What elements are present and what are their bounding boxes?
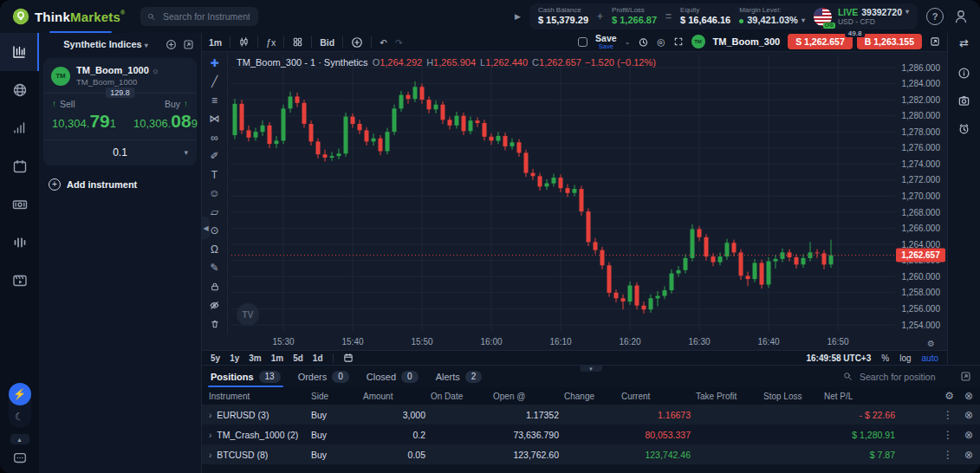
chart-area[interactable]: ✚╱≡⋈∞✐T☺▱⊙Ω✎ ◀ TM_Boom_300 - 1 · Synthet… [202,52,947,350]
percent-scale-button[interactable]: % [881,353,889,363]
expand-chevron-icon[interactable]: › [209,411,211,420]
xabcd-pattern-tool[interactable]: ⋈ [206,113,224,126]
sidebar-item-videos[interactable] [0,262,39,300]
sidebar-item-calendar[interactable] [0,147,39,185]
chevron-down-icon[interactable]: ⌄ [625,38,631,46]
swap-panels-icon[interactable]: ⇄ [959,36,969,52]
sidebar-item-signals[interactable] [0,109,39,147]
axis-settings-icon[interactable]: ⚙ [927,339,935,348]
trend-line-tool[interactable]: ╱ [206,75,224,88]
range-1d-button[interactable]: 1d [313,353,323,363]
close-all-icon[interactable]: ⊗ [964,390,973,402]
info-icon[interactable] [957,67,970,80]
table-settings-icon[interactable]: ⚙ [944,390,954,402]
fib-retracement-tool[interactable]: ≡ [206,94,224,107]
instrument-search[interactable] [140,7,258,26]
prediction-tool[interactable]: ∞ [206,131,224,144]
checkbox-icon[interactable] [578,37,587,47]
open-window-icon[interactable] [960,371,971,382]
dark-theme-button[interactable]: ☾ [9,405,31,428]
tab-alerts[interactable]: Alerts2 [436,366,483,387]
magnet-tool[interactable]: Ω [206,243,224,256]
position-row[interactable]: ›BTCUSD (8)Buy0.05123,762.60123,742.46$ … [202,444,980,464]
alarm-icon[interactable] [957,122,970,135]
row-menu-icon[interactable]: ⋮ [943,429,953,441]
snapshot-icon[interactable] [957,94,970,107]
position-search[interactable] [843,371,953,383]
legend-title[interactable]: TM_Boom_300 - 1 · Synthetics [237,57,368,68]
crosshair-tool[interactable]: ✚ [206,56,224,69]
redo-button[interactable]: ↷ [395,37,403,48]
emoji-tool[interactable]: ☺ [206,187,224,200]
save-layout-button[interactable]: Save Save [595,34,617,50]
text-tool-tool[interactable]: T [206,168,224,181]
position-search-input[interactable] [858,371,953,383]
row-menu-icon[interactable]: ⋮ [943,449,953,461]
hide-tool[interactable] [206,299,224,312]
chat-icon[interactable] [12,450,28,466]
watchlist-collapse-handle[interactable]: ◀ [202,217,210,239]
candlestick-chart[interactable]: 1,286.0001,284.0001,282.0001,280.0001,27… [202,52,947,350]
buy-order-button[interactable]: B 1,263.155 [857,34,922,49]
sidebar-item-charts[interactable] [0,33,39,71]
lock-tool[interactable] [206,280,224,293]
log-scale-button[interactable]: log [899,353,911,363]
light-theme-button[interactable]: ⚡ [9,383,31,405]
margin-level[interactable]: Margin Level: 39,421.03%▾ [739,6,805,27]
draw-pencil-tool[interactable]: ✎ [206,262,224,275]
range-5y-button[interactable]: 5y [211,353,220,363]
bid-ask-toggle[interactable]: Bid [320,37,334,48]
tab-positions[interactable]: Positions13 [211,366,281,387]
clock-search-icon [638,36,649,48]
sidebar-item-cash[interactable] [0,185,39,224]
position-row[interactable]: ›EURUSD (3)Buy3,0001.173521.16673- $ 22.… [202,405,980,424]
tab-orders[interactable]: Orders0 [298,366,349,387]
close-position-icon[interactable]: ⊗ [964,429,973,441]
position-row[interactable]: ›TM_Crash_1000 (2)Buy0.273,636.79080,053… [202,424,980,444]
range-1m-button[interactable]: 1m [271,353,283,363]
panel-collapse-handle[interactable]: ▼ [580,366,602,372]
row-menu-icon[interactable]: ⋮ [943,409,953,421]
brush-tool[interactable]: ✐ [206,150,224,163]
close-position-icon[interactable]: ⊗ [964,449,973,461]
expand-chevron-icon[interactable]: › [209,450,211,460]
profile-icon[interactable] [952,8,970,25]
tab-closed[interactable]: Closed0 [367,366,419,387]
account-selector[interactable]: CFD LIVE39392720▾ USD - CFD [814,7,909,27]
layout-grid-button[interactable] [292,36,303,48]
expand-account-button[interactable]: ▶ [515,12,521,21]
auto-scale-button[interactable]: auto [922,353,938,363]
range-1y-button[interactable]: 1y [230,353,239,363]
add-circle-icon[interactable] [165,39,177,50]
sidebar-item-discover[interactable] [0,71,39,109]
watchlist-group-selector[interactable]: Synthetic Indices ▾ [46,39,165,49]
collapse-up-button[interactable]: ▲ [10,434,29,444]
search-input[interactable] [161,10,251,23]
expand-chevron-icon[interactable]: › [209,431,211,440]
open-window-icon[interactable] [183,39,194,50]
go-to-date-icon[interactable] [343,353,354,363]
compare-add-button[interactable] [351,36,363,49]
close-position-icon[interactable]: ⊗ [964,409,973,421]
range-3m-button[interactable]: 3m [249,353,261,363]
timeframe-button[interactable]: 1m [209,37,222,48]
undo-button[interactable]: ↶ [380,37,387,48]
sidebar-item-instruments[interactable] [0,224,39,262]
open-window-icon[interactable] [930,36,940,47]
alert-clock-button[interactable] [638,36,649,48]
chart-type-button[interactable] [238,36,250,48]
quantity-selector[interactable]: 0.1 ▾ [43,139,197,165]
chart-clock[interactable]: 16:49:58 UTC+3 [807,353,872,363]
indicators-button[interactable]: ƒx [266,37,276,48]
help-button[interactable]: ? [926,8,944,25]
buy-price-button[interactable]: 10,306.089 [125,111,206,139]
fullscreen-button[interactable] [673,36,684,47]
snapshot-button[interactable]: ◎ [657,36,665,47]
add-instrument-button[interactable]: + Add instrument [39,171,201,198]
sell-order-button[interactable]: S 1,262.657 [788,34,853,49]
sell-price-button[interactable]: 10,304.791 [43,111,125,139]
trash-tool[interactable] [206,317,224,330]
range-5d-button[interactable]: 5d [293,353,303,363]
legend-high: 1,265.904 [433,57,476,68]
ruler-tool[interactable]: ▱ [206,205,224,218]
